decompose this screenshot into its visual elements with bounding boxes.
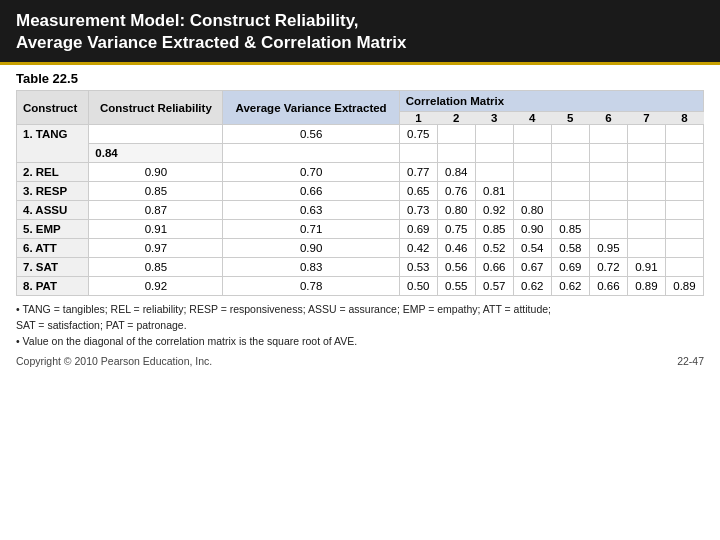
table-row: 4. ASSU 0.87 0.63 0.73 0.80 0.92 0.80 — [17, 201, 704, 220]
table-row: 3. RESP 0.85 0.66 0.65 0.76 0.81 — [17, 182, 704, 201]
table-row: 8. PAT 0.92 0.78 0.50 0.55 0.57 0.62 0.6… — [17, 277, 704, 296]
table-row-sub: 0.84 — [17, 144, 704, 163]
copyright: Copyright © 2010 Pearson Education, Inc. — [16, 355, 212, 367]
page-title: Measurement Model: Construct Reliability… — [16, 10, 704, 54]
corr-col-6: 6 — [589, 112, 627, 125]
col-header-corr: Correlation Matrix — [399, 91, 703, 112]
page-number: 22-47 — [677, 355, 704, 367]
col-header-construct: Construct — [17, 91, 89, 125]
table-row: 7. SAT 0.85 0.83 0.53 0.56 0.66 0.67 0.6… — [17, 258, 704, 277]
table-row: 2. REL 0.90 0.70 0.77 0.84 — [17, 163, 704, 182]
table-row: 5. EMP 0.91 0.71 0.69 0.75 0.85 0.90 0.8… — [17, 220, 704, 239]
col-header-reliability: Construct Reliability — [89, 91, 223, 125]
corr-col-2: 2 — [437, 112, 475, 125]
table-row: 6. ATT 0.97 0.90 0.42 0.46 0.52 0.54 0.5… — [17, 239, 704, 258]
corr-col-8: 8 — [665, 112, 703, 125]
table-section: Construct Construct Reliability Average … — [0, 90, 720, 296]
corr-col-1: 1 — [399, 112, 437, 125]
data-table: Construct Construct Reliability Average … — [16, 90, 704, 296]
footnote-1: • TANG = tangibles; REL = reliability; R… — [16, 302, 704, 318]
footnote-3: • Value on the diagonal of the correlati… — [16, 334, 704, 350]
corr-col-5: 5 — [551, 112, 589, 125]
corr-col-7: 7 — [627, 112, 665, 125]
footnote-2: SAT = satisfaction; PAT = patronage. — [16, 318, 704, 334]
footnotes: • TANG = tangibles; REL = reliability; R… — [0, 296, 720, 353]
table-row: 1. TANG 0.56 0.75 — [17, 125, 704, 144]
header: Measurement Model: Construct Reliability… — [0, 0, 720, 65]
footer: Copyright © 2010 Pearson Education, Inc.… — [0, 353, 720, 369]
corr-col-4: 4 — [513, 112, 551, 125]
col-header-ave: Average Variance Extracted — [223, 91, 399, 125]
corr-col-3: 3 — [475, 112, 513, 125]
table-label: Table 22.5 — [0, 65, 720, 90]
